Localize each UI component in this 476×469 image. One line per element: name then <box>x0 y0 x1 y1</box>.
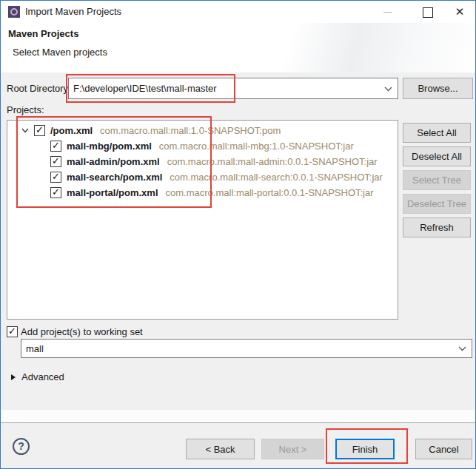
project-checkbox[interactable] <box>50 141 61 152</box>
project-coordinates: com.macro.mall:mall:1.0-SNAPSHOT:pom <box>100 125 281 136</box>
working-set-input[interactable] <box>21 340 472 357</box>
tree-row-mall-search[interactable]: mall-search/pom.xml com.macro.mall:mall-… <box>7 169 398 185</box>
finish-button[interactable]: Finish <box>335 439 395 459</box>
select-all-button[interactable]: Select All <box>403 123 471 143</box>
minimize-button[interactable] <box>376 1 400 23</box>
back-button[interactable]: < Back <box>186 439 255 459</box>
project-coordinates: com.macro.mall:mall-mbg:1.0-SNAPSHOT:jar <box>159 141 354 152</box>
tree-row-mall-portal[interactable]: mall-portal/pom.xml com.macro.mall:mall-… <box>7 185 398 200</box>
chevron-down-icon[interactable] <box>384 87 392 92</box>
advanced-label: Advanced <box>21 371 64 382</box>
project-name: mall-mbg/pom.xml <box>67 141 152 152</box>
footer-separator <box>1 422 475 423</box>
page-title: Maven Projects <box>8 28 78 39</box>
project-name: /pom.xml <box>50 125 93 136</box>
tree-row-mall-admin[interactable]: mall-admin/pom.xml com.macro.mall:mall-a… <box>7 154 398 169</box>
project-coordinates: com.macro.mall:mall-portal:0.0.1-SNAPSHO… <box>166 187 374 198</box>
project-checkbox[interactable] <box>50 187 61 198</box>
deselect-all-button[interactable]: Deselect All <box>403 146 471 166</box>
refresh-button[interactable]: Refresh <box>403 217 471 237</box>
root-directory-label: Root Directory: <box>7 83 71 94</box>
root-directory-input[interactable] <box>69 78 398 98</box>
working-set-combo[interactable] <box>21 339 472 358</box>
browse-button[interactable]: Browse... <box>403 78 473 99</box>
tree-row-mall-mbg[interactable]: mall-mbg/pom.xml com.macro.mall:mall-mbg… <box>7 138 398 154</box>
root-directory-combo[interactable] <box>68 78 398 99</box>
tree-expander-icon[interactable] <box>21 127 34 135</box>
projects-label: Projects: <box>7 104 44 115</box>
working-set-checkbox[interactable] <box>7 326 18 337</box>
advanced-section-toggle[interactable]: Advanced <box>11 371 64 382</box>
maximize-button[interactable] <box>415 1 439 23</box>
maven-wizard-icon <box>8 6 20 18</box>
title-bar: Import Maven Projects ✕ <box>1 1 475 23</box>
project-checkbox[interactable] <box>50 156 61 167</box>
import-maven-projects-dialog: Import Maven Projects ✕ Maven Projects S… <box>0 0 476 469</box>
projects-tree[interactable]: /pom.xml com.macro.mall:mall:1.0-SNAPSHO… <box>7 120 398 320</box>
project-checkbox[interactable] <box>50 172 61 183</box>
next-button[interactable]: Next > <box>261 439 324 459</box>
working-set-label: Add project(s) to working set <box>21 326 143 337</box>
project-name: mall-admin/pom.xml <box>67 156 160 167</box>
project-coordinates: com.macro.mall:mall-search:0.0.1-SNAPSHO… <box>170 172 383 183</box>
project-name: mall-search/pom.xml <box>67 172 162 183</box>
tree-row-pom[interactable]: /pom.xml com.macro.mall:mall:1.0-SNAPSHO… <box>7 123 398 138</box>
select-tree-button[interactable]: Select Tree <box>403 170 471 190</box>
chevron-down-icon[interactable] <box>458 346 466 351</box>
page-subtitle: Select Maven projects <box>13 47 107 58</box>
window-title: Import Maven Projects <box>25 1 121 23</box>
deselect-tree-button[interactable]: Deselect Tree <box>403 194 471 214</box>
project-checkbox[interactable] <box>34 125 45 136</box>
cancel-button[interactable]: Cancel <box>415 439 472 459</box>
footer-highlight <box>1 410 475 422</box>
project-name: mall-portal/pom.xml <box>67 187 158 198</box>
help-icon[interactable]: ? <box>13 438 30 455</box>
collapsed-arrow-icon <box>11 374 16 380</box>
wizard-banner: Maven Projects Select Maven projects <box>1 23 475 72</box>
close-button[interactable]: ✕ <box>448 1 472 23</box>
project-coordinates: com.macro.mall:mall-admin:0.0.1-SNAPSHOT… <box>167 156 378 167</box>
